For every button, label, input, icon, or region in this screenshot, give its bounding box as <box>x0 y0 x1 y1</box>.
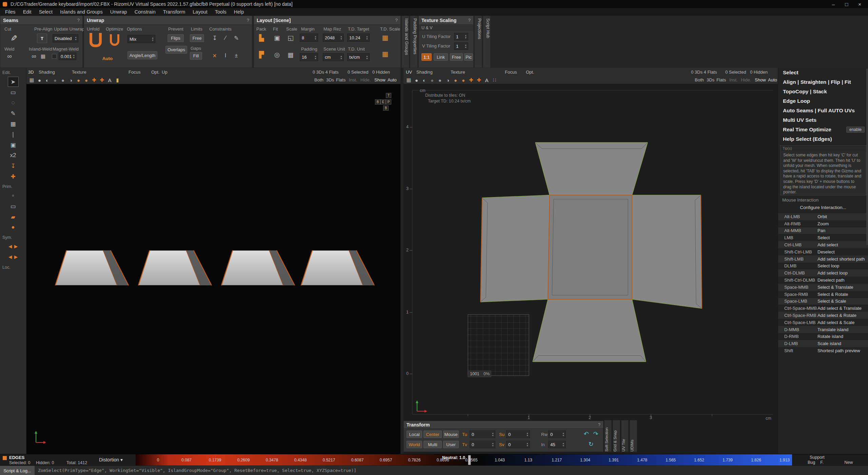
command-edge-loop[interactable]: Edge Loop <box>778 96 868 106</box>
shading-menu[interactable]: Shading <box>416 70 433 75</box>
lasso-select-icon[interactable]: ◌ <box>8 98 18 108</box>
pin-tool-icon[interactable]: ↧ <box>8 161 18 171</box>
minimize-button[interactable]: – <box>832 1 835 7</box>
shading-menu[interactable]: Shading <box>39 70 55 75</box>
optimize-icon[interactable] <box>110 34 119 46</box>
spinner-arrows-icon[interactable]: ▲▼ <box>561 432 566 437</box>
menu-item-select[interactable]: Select <box>35 9 56 15</box>
vertical-tab-islands-and-groups[interactable]: Islands and Groups <box>401 16 409 68</box>
maximize-button[interactable]: □ <box>845 1 848 7</box>
prevent-overlaps-button[interactable]: Overlaps <box>165 46 187 54</box>
angle-length-button[interactable]: Angle/Length <box>127 51 157 59</box>
island-mode-icon[interactable]: ▰ <box>8 212 18 222</box>
spinner-arrows-icon[interactable]: ▲▼ <box>339 35 343 40</box>
menu-item-unwrap[interactable]: Unwrap <box>106 9 131 15</box>
magnet-weld-field[interactable]: 0.001▲▼ <box>59 53 76 60</box>
material-preview-icon[interactable]: ● <box>75 76 82 84</box>
opt-menu[interactable]: Opt. <box>526 70 534 75</box>
vertical-tab-soft-selection[interactable]: Soft Selection <box>604 420 612 452</box>
td-unit-select[interactable]: tx/cm▲▼ <box>347 53 370 61</box>
picker-tool-icon[interactable]: ✚ <box>8 172 18 181</box>
filter-auto[interactable]: Auto <box>768 77 777 82</box>
help-icon[interactable]: ? <box>468 18 471 23</box>
solid-shading-icon[interactable]: ● <box>413 76 420 84</box>
prevent-flips-button[interactable]: Flips <box>167 34 184 42</box>
rectangle-select-icon[interactable]: ▭ <box>8 88 18 97</box>
close-button[interactable]: × <box>858 1 861 7</box>
spinner-arrows-icon[interactable]: ▲▼ <box>365 35 369 40</box>
menu-item-help[interactable]: Help <box>230 9 248 15</box>
unfold-icon[interactable] <box>90 33 102 47</box>
material-preview-icon[interactable]: ● <box>452 76 459 84</box>
filter-3ds[interactable]: 3Ds <box>326 77 334 82</box>
symmetry-u-icon[interactable]: ◄► <box>8 242 18 251</box>
filter-hide[interactable]: Hide. <box>360 77 371 82</box>
filter-inst[interactable]: Inst. <box>729 77 738 82</box>
cut-tool-icon[interactable]: ✎ <box>8 32 19 44</box>
box-tool-icon[interactable]: ▣ <box>8 140 18 150</box>
up-button[interactable]: Up <box>162 70 167 75</box>
spinner-arrows-icon[interactable]: ▲▼ <box>463 34 468 39</box>
brush-select-icon[interactable]: ✎ <box>8 109 18 118</box>
viewport-3d-canvas[interactable]: TBEPB <box>26 84 400 454</box>
su-field[interactable]: 0▲▼ <box>506 431 530 438</box>
pivot-multi-button[interactable]: Multi <box>423 441 442 448</box>
menu-item-constrain[interactable]: Constrain <box>131 9 159 15</box>
grid-select-icon[interactable]: ▦ <box>8 119 18 129</box>
texture-menu[interactable]: Texture <box>72 70 86 75</box>
add-remove-constraint-icon[interactable]: ± <box>232 51 241 60</box>
help-icon[interactable]: ? <box>247 18 249 23</box>
dark-shading-icon[interactable]: ● <box>51 76 59 84</box>
seams-mode-select[interactable]: Disabled▲▼ <box>53 34 78 42</box>
scale-grid-icon[interactable]: ▦ <box>286 50 295 59</box>
filter-hide[interactable]: Hide. <box>741 77 751 82</box>
vertex-mode-icon[interactable]: ▫ <box>8 191 18 201</box>
command-select[interactable]: Select <box>778 68 868 77</box>
u-tiling-field[interactable]: 1▲▼ <box>454 33 468 40</box>
viewport-splitter[interactable] <box>400 68 403 454</box>
help-icon[interactable]: ? <box>395 18 398 23</box>
weld-icon[interactable]: ∞ <box>5 53 14 60</box>
td-scale-set-icon[interactable]: ▦ <box>380 49 390 59</box>
fit-circle-icon[interactable]: ◎ <box>272 50 282 59</box>
tab-uv[interactable]: UV <box>406 70 412 75</box>
annotations-icon[interactable]: A <box>483 76 491 84</box>
solid-shading-icon[interactable]: ● <box>36 76 43 84</box>
material-preview-2-icon[interactable]: ● <box>459 76 467 84</box>
spinner-arrows-icon[interactable]: ▲▼ <box>463 44 468 49</box>
margin-field[interactable]: 8▲▼ <box>300 34 318 42</box>
help-icon[interactable]: ? <box>598 422 600 427</box>
undo-transform-icon[interactable]: ↶ <box>582 430 590 438</box>
select-cursor-icon[interactable]: ➤ <box>8 77 18 87</box>
script-log-button[interactable]: Script & Log... <box>0 466 35 475</box>
spinner-arrows-icon[interactable]: ▲▼ <box>525 442 530 447</box>
ratio-1-1-button[interactable]: 1:1 <box>421 53 432 61</box>
distortion-mode-select[interactable]: Distortion ▾ <box>99 457 123 462</box>
spinner-arrows-icon[interactable]: ▲▼ <box>151 37 155 41</box>
vertical-tab-projections[interactable]: Projections <box>474 16 482 68</box>
vertical-tab-udims[interactable]: UDIMs <box>630 420 637 452</box>
v-tiling-field[interactable]: 1▲▼ <box>454 42 468 50</box>
menu-item-transform[interactable]: Transform <box>159 9 189 15</box>
draw-constraint-icon[interactable]: ✎ <box>232 34 241 42</box>
tab-3d[interactable]: 3D <box>28 70 34 75</box>
spinner-arrows-icon[interactable]: ▲▼ <box>74 36 78 41</box>
wireframe-mode-icon[interactable]: ▦ <box>28 76 36 84</box>
pivot-user-button[interactable]: User <box>443 441 459 448</box>
pivot-center-button[interactable]: Center <box>423 431 442 438</box>
checker-shading-icon[interactable]: ◐ <box>43 76 51 84</box>
flat-shading-icon[interactable]: ● <box>59 76 67 84</box>
filter-both[interactable]: Both <box>695 77 704 82</box>
island-weld-grid-icon[interactable]: ▦ <box>39 53 47 60</box>
sidebar-scrollbar[interactable] <box>866 69 868 245</box>
scale-icon[interactable]: ◱ <box>286 33 295 42</box>
space-local-button[interactable]: Local <box>407 431 422 438</box>
material-preview-2-icon[interactable]: ● <box>82 76 90 84</box>
island-colors-icon[interactable]: ▮ <box>114 76 121 84</box>
pack-alt-icon[interactable]: ▛ <box>257 50 266 59</box>
filter-flats[interactable]: Flats <box>716 77 726 82</box>
pic-button[interactable]: Pic <box>464 53 473 61</box>
t-unwrap-button[interactable]: T <box>37 34 47 43</box>
magnet-weld-checkbox[interactable] <box>52 54 57 59</box>
rw-field[interactable]: 0▲▼ <box>548 431 566 438</box>
